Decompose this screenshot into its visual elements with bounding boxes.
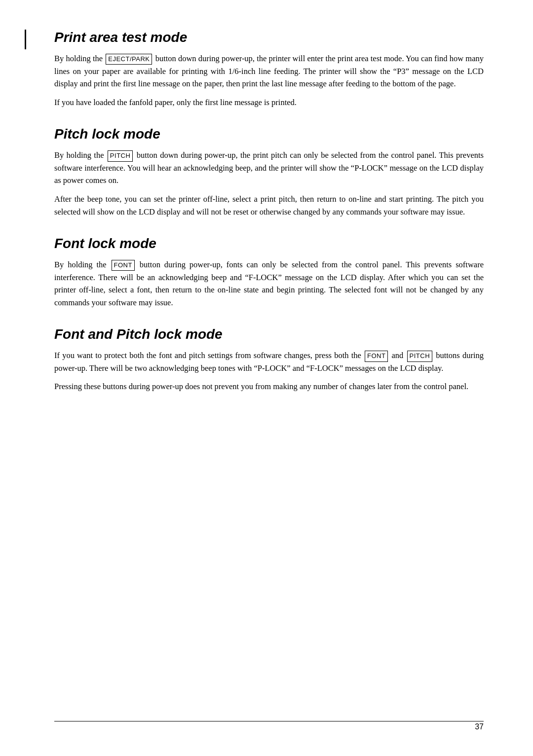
section-pitch-lock-mode: Pitch lock mode By holding the PITCH but… (54, 126, 484, 218)
section-print-area-test-mode: Print area test mode By holding the EJEC… (54, 30, 484, 108)
pitch-button-label-2: PITCH (407, 351, 433, 361)
page: Print area test mode By holding the EJEC… (0, 0, 533, 756)
paragraph-pitch-2: After the beep tone, you can set the pri… (54, 193, 484, 218)
paragraph-print-area-2: If you have loaded the fanfold paper, on… (54, 96, 484, 109)
paragraph-pitch-1: By holding the PITCH button down during … (54, 149, 484, 187)
left-bar-decoration (25, 30, 26, 49)
section-body-font-lock-mode: By holding the FONT button during power-… (54, 258, 484, 309)
section-title-pitch-lock-mode: Pitch lock mode (54, 126, 484, 142)
section-title-print-area-test-mode: Print area test mode (54, 30, 484, 45)
section-body-pitch-lock-mode: By holding the PITCH button down during … (54, 149, 484, 218)
and-text: and (392, 351, 404, 360)
section-font-lock-mode: Font lock mode By holding the FONT butto… (54, 236, 484, 309)
section-body-print-area-test-mode: By holding the EJECT/PARK button down du… (54, 52, 484, 108)
footer-line (54, 721, 484, 721)
paragraph-font-pitch-2: Pressing these buttons during power-up d… (54, 380, 484, 393)
paragraph-print-area-1: By holding the EJECT/PARK button down du… (54, 52, 484, 90)
section-title-font-lock-mode: Font lock mode (54, 236, 484, 252)
section-title-font-and-pitch-lock-mode: Font and Pitch lock mode (54, 326, 484, 342)
paragraph-font-pitch-1: If you want to protect both the font and… (54, 349, 484, 374)
page-footer: 37 (54, 722, 484, 731)
page-number: 37 (475, 722, 484, 731)
font-button-label-1: FONT (112, 260, 135, 271)
pitch-button-label-1: PITCH (108, 150, 133, 161)
paragraph-font-1: By holding the FONT button during power-… (54, 258, 484, 309)
eject-park-button-label: EJECT/PARK (106, 54, 152, 65)
font-button-label-2: FONT (365, 351, 388, 361)
section-font-and-pitch-lock-mode: Font and Pitch lock mode If you want to … (54, 326, 484, 393)
section-body-font-and-pitch-lock-mode: If you want to protect both the font and… (54, 349, 484, 393)
